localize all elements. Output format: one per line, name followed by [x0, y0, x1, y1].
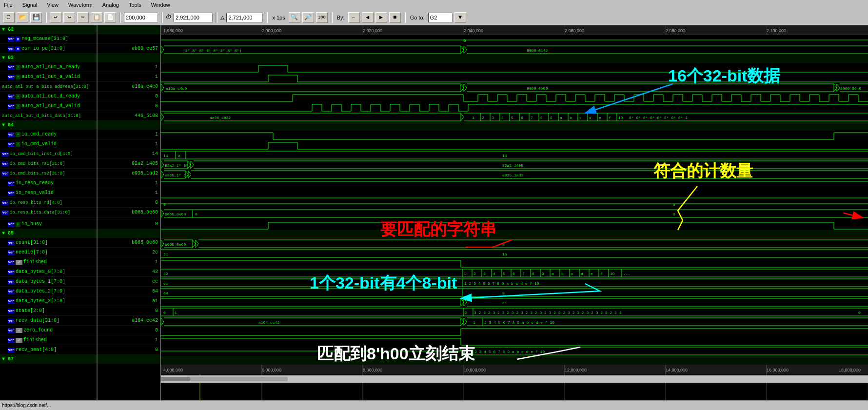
cut-button[interactable]: ✂ [77, 12, 89, 23]
plus-icon: + [16, 94, 20, 99]
signal-name: data_bytes_0[7:0] [16, 269, 65, 274]
save-button[interactable]: 💾 [30, 12, 42, 23]
ver-icon: ver [2, 200, 9, 205]
signal-row-finished2[interactable]: ver ✓ finished [0, 335, 97, 345]
signal-row[interactable]: auto_atl_out_d_bits_data[31:0] [0, 111, 97, 121]
signal-row[interactable]: ver io_cmd_bits_inst_rd[4:0] [0, 149, 97, 159]
plus-icon: + [16, 75, 20, 79]
goto-button[interactable]: ▼ [454, 12, 466, 23]
zoom-out-button[interactable]: 🔎 [302, 12, 314, 23]
signal-row-zero-found[interactable]: ver ✓ zero_found [0, 326, 97, 335]
svg-text:2,000,000: 2,000,000 [262, 28, 281, 33]
signal-name: auto_atl_out_d_bits_data[31:0] [2, 114, 81, 118]
main-area: ▼ G2 ver ▤ reg_mcause[31:0] ver ▤ csr_io… [0, 25, 868, 400]
menu-waveform[interactable]: Waveform [66, 1, 95, 8]
signal-row[interactable]: ver needle[7:0] [0, 248, 97, 257]
paste-button[interactable]: 📄 [104, 12, 116, 23]
waveform-style-btn[interactable]: ⌐ [348, 12, 360, 23]
signal-name: io_cmd_bits_rs1[31:0] [10, 161, 65, 166]
time-value2[interactable] [174, 13, 213, 22]
svg-rect-311 [161, 377, 190, 381]
value-cell: 0 [98, 326, 160, 335]
plus-icon: + [16, 132, 20, 137]
signal-row[interactable]: ver io_resp_bits_data[31:0] [0, 208, 97, 217]
group-g7[interactable]: ▼ G7 [0, 355, 97, 364]
svg-text:82a2_1* 8*: 82a2_1* 8* [165, 163, 188, 168]
signal-row[interactable]: ver + auto_atl_out_a_valid [0, 72, 97, 82]
group-g2[interactable]: ▼ G2 [0, 25, 97, 34]
redo-button[interactable]: ↪ [63, 12, 75, 23]
group-g5[interactable]: ▼ G5 [0, 229, 97, 238]
ver-icon: ver [8, 260, 15, 265]
signal-row[interactable]: ver + auto_atl_out_d_valid [0, 101, 97, 111]
signal-row[interactable]: ver count[31:0] [0, 238, 97, 248]
signal-row[interactable]: ver data_bytes_2[7:0] [0, 287, 97, 296]
signal-row[interactable]: ver recv_data[31:0] [0, 316, 97, 326]
menu-tools[interactable]: Tools [127, 1, 143, 8]
menu-view[interactable]: View [45, 1, 60, 8]
svg-text:f: f [600, 272, 603, 276]
signal-row[interactable]: auto_atl_out_a_bits_address[31:0] [0, 82, 97, 92]
signal-row[interactable]: ver state[2:0] [0, 306, 97, 316]
value-cell [98, 121, 160, 130]
svg-text:8: 8 [540, 116, 543, 120]
signal-row[interactable]: ver io_cmd_bits_rs1[31:0] [0, 159, 97, 169]
svg-text:2,040,000: 2,040,000 [464, 28, 483, 33]
value-cell: a1 [98, 296, 160, 306]
signal-row[interactable]: ver + io_cmd_valid [0, 139, 97, 149]
zoom-fit-button[interactable]: 100 [316, 12, 328, 23]
open-button[interactable]: 📂 [17, 12, 28, 23]
signal-row[interactable]: ver ▷ io_busy [0, 219, 97, 229]
signal-row[interactable]: ver ▤ reg_mcause[31:0] [0, 34, 97, 44]
zoom-in-button[interactable]: 🔍 [289, 12, 300, 23]
signal-row[interactable]: ver data_bytes_1[7:0] [0, 277, 97, 287]
svg-text:9: 9 [550, 116, 552, 120]
signal-row[interactable]: ver io_resp_valid [0, 188, 97, 198]
stop-button[interactable]: ■ [389, 12, 401, 23]
menu-analog[interactable]: Analog [100, 1, 121, 8]
waveform-area[interactable]: 1,980,000 2,000,000 2,020,000 2,040,000 … [161, 25, 868, 400]
signal-row[interactable]: ver data_bytes_0[7:0] [0, 267, 97, 277]
svg-rect-176 [161, 230, 868, 239]
svg-text:cc: cc [163, 281, 168, 286]
plus-icon: + [16, 142, 20, 147]
signal-row[interactable]: ver + auto_atl_out_a_ready [0, 62, 97, 72]
ver-icon: ver [8, 65, 15, 70]
signal-row[interactable]: ver io_cmd_bits_rs2[31:0] [0, 169, 97, 178]
signal-row[interactable]: ver ▤ csr_io_pc[31:0] [0, 44, 97, 54]
goto-input[interactable] [428, 13, 453, 22]
undo-button[interactable]: ↩ [50, 12, 61, 23]
signal-row[interactable]: ver data_bytes_3[7:0] [0, 296, 97, 306]
group-g4[interactable]: ▼ G4 [0, 121, 97, 130]
play-button[interactable]: ▶ [375, 12, 387, 23]
signal-name: auto_atl_out_a_ready [21, 64, 80, 70]
time-delta[interactable] [226, 13, 263, 22]
prev-button[interactable]: ◀ [362, 12, 374, 23]
svg-text:1: 1 [472, 116, 474, 120]
value-cell: b065_0e60 [98, 238, 160, 248]
menu-file[interactable]: File [2, 1, 15, 8]
svg-text:0: 0 [502, 291, 505, 295]
new-button[interactable]: 🗋 [3, 12, 15, 23]
signal-row[interactable]: ver io_resp_ready [0, 178, 97, 188]
value-cell: 0 [98, 219, 160, 229]
signal-row[interactable]: ver recv_beat[4:0] [0, 345, 97, 355]
signal-name: io_cmd_bits_inst_rd[4:0] [10, 152, 73, 156]
ver-icon: ver [8, 299, 15, 304]
menu-window[interactable]: Window [149, 1, 172, 8]
svg-text:d: d [589, 116, 592, 120]
svg-text:c: c [571, 272, 573, 276]
svg-text:2,020,000: 2,020,000 [363, 28, 382, 33]
menu-signal[interactable]: Signal [20, 1, 39, 8]
copy-button[interactable]: 📋 [91, 12, 102, 23]
value-cell: 0 [98, 198, 160, 208]
signal-row[interactable]: ver io_resp_bits_rd[4:0] [0, 198, 97, 208]
signal-row-finished1[interactable]: ver ✓ finished [0, 257, 97, 267]
signal-row[interactable]: ver + auto_atl_out_d_ready [0, 92, 97, 101]
time-value1[interactable] [124, 13, 158, 22]
signal-row[interactable]: ver + io_cmd_ready [0, 130, 97, 139]
ver-icon: ver [8, 181, 15, 186]
delta-icon: △ [220, 13, 224, 21]
group-g3[interactable]: ▼ G3 [0, 54, 97, 62]
signal-name: auto_atl_out_d_ready [21, 94, 80, 99]
